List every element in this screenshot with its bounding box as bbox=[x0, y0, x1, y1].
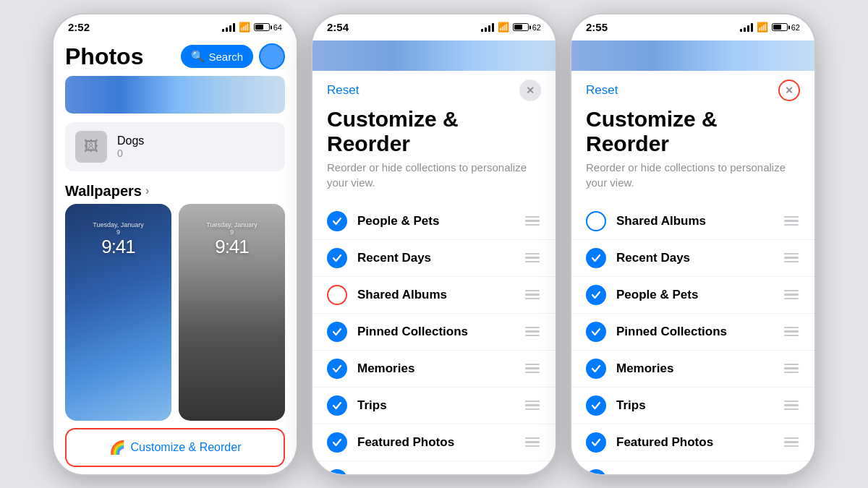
wallpaper-thumb-blue[interactable]: Tuesday, January 9 9:41 bbox=[65, 204, 171, 421]
reset-button-2[interactable]: Reset bbox=[327, 83, 359, 98]
wallpaper-thumb-bw[interactable]: Tuesday, January 9 9:41 bbox=[179, 204, 285, 421]
item-label-2-2: Shared Albums bbox=[357, 288, 514, 302]
sheet-title-2: Customize & Reorder bbox=[312, 107, 556, 160]
close-button-3[interactable]: ✕ bbox=[778, 80, 800, 101]
status-icons-1: 📶 64 bbox=[222, 22, 282, 33]
list-item-2-1[interactable]: Recent Days bbox=[312, 240, 556, 277]
item-label-3-5: Trips bbox=[616, 398, 773, 413]
check-circle-3-1 bbox=[586, 248, 606, 268]
check-circle-2-1 bbox=[327, 248, 347, 268]
sheet-header-3: Reset ✕ bbox=[571, 71, 814, 107]
check-circle-3-7 bbox=[586, 469, 606, 474]
items-list-3: Shared Albums ↓ Recent Days People & Pet… bbox=[571, 200, 814, 474]
battery-pct-3: 62 bbox=[791, 23, 800, 32]
album-info: Dogs 0 bbox=[117, 134, 144, 159]
item-label-3-7: Media Types bbox=[616, 472, 773, 474]
drag-handle-3-2[interactable] bbox=[783, 288, 800, 301]
wallpaper-date-2: Tuesday, January 9 bbox=[205, 221, 259, 236]
photos-app-title: Photos bbox=[65, 43, 143, 70]
list-item-2-2[interactable]: Shared Albums bbox=[312, 277, 556, 314]
drag-handle-2-4[interactable] bbox=[524, 362, 541, 375]
close-button-2[interactable]: ✕ bbox=[519, 80, 541, 101]
phone-2: 2:54 📶 62 Reset ✕ Customize & Reorder Re… bbox=[311, 13, 557, 476]
avatar[interactable] bbox=[259, 43, 285, 69]
item-label-2-7: Media Types bbox=[357, 472, 514, 474]
item-label-3-2: People & Pets bbox=[616, 288, 773, 302]
photos-app-content: Photos 🔍 Search 🖼 Dogs 0 Wallpapers › bbox=[54, 40, 297, 474]
list-item-3-1[interactable]: Recent Days bbox=[571, 240, 814, 277]
sheet-photo-strip-2 bbox=[312, 40, 556, 71]
empty-circle-3-0 bbox=[586, 211, 606, 231]
drag-handle-2-2[interactable] bbox=[524, 288, 541, 301]
item-label-3-3: Pinned Collections bbox=[616, 325, 773, 339]
drag-handle-2-7[interactable] bbox=[524, 473, 541, 474]
sheet-photo-strip-3 bbox=[571, 40, 814, 71]
drag-handle-3-1[interactable] bbox=[783, 252, 800, 265]
photo-icon: 🖼 bbox=[84, 138, 98, 155]
drag-handle-3-6[interactable] bbox=[783, 436, 800, 449]
list-item-3-6[interactable]: Featured Photos bbox=[571, 424, 814, 461]
time-3: 2:55 bbox=[586, 21, 608, 33]
list-item-3-3[interactable]: Pinned Collections bbox=[571, 314, 814, 351]
drag-handle-2-1[interactable] bbox=[524, 252, 541, 265]
phone-1: 2:52 📶 64 Photos 🔍 Search bbox=[52, 13, 298, 476]
wallpaper-row: Tuesday, January 9 9:41 Tuesday, January… bbox=[54, 204, 297, 421]
item-label-2-3: Pinned Collections bbox=[357, 325, 514, 339]
status-icons-2: 📶 62 bbox=[481, 22, 541, 33]
check-circle-3-5 bbox=[586, 395, 606, 416]
list-item-3-4[interactable]: Memories bbox=[571, 351, 814, 388]
time-2: 2:54 bbox=[327, 21, 349, 33]
wifi-icon-2: 📶 bbox=[498, 22, 509, 33]
sheet-subtitle-3: Reorder or hide collections to personali… bbox=[571, 160, 814, 200]
list-item-3-7[interactable]: Media Types bbox=[571, 461, 814, 474]
battery-icon-3 bbox=[772, 23, 788, 31]
battery-pct-2: 62 bbox=[532, 23, 541, 32]
check-circle-2-0 bbox=[327, 211, 347, 231]
title-line2-2: Reorder bbox=[327, 132, 410, 155]
item-label-3-0: Shared Albums bbox=[616, 214, 773, 228]
item-label-3-4: Memories bbox=[616, 361, 773, 376]
drag-handle-3-3[interactable] bbox=[783, 325, 800, 338]
drag-handle-3-0[interactable] bbox=[783, 215, 800, 228]
check-circle-3-2 bbox=[586, 285, 606, 305]
sheet-header-2: Reset ✕ bbox=[312, 71, 556, 107]
status-bar-2: 2:54 📶 62 bbox=[312, 14, 556, 40]
drag-handle-2-0[interactable] bbox=[524, 215, 541, 228]
sheet-title-3: Customize & Reorder bbox=[571, 107, 814, 160]
list-item-2-6[interactable]: Featured Photos bbox=[312, 424, 556, 461]
list-item-3-2[interactable]: People & Pets bbox=[571, 277, 814, 314]
item-label-2-6: Featured Photos bbox=[357, 435, 514, 450]
drag-handle-3-5[interactable] bbox=[783, 399, 800, 412]
battery-pct: 64 bbox=[273, 23, 282, 32]
drag-handle-2-6[interactable] bbox=[524, 436, 541, 449]
signal-icon-2 bbox=[481, 23, 494, 32]
sheet-content-3: Reset ✕ Customize & Reorder Reorder or h… bbox=[571, 71, 814, 474]
reset-button-3[interactable]: Reset bbox=[586, 83, 618, 98]
drag-handle-2-5[interactable] bbox=[524, 399, 541, 412]
sheet-content-2: Reset ✕ Customize & Reorder Reorder or h… bbox=[312, 71, 556, 474]
check-circle-2-4 bbox=[327, 359, 347, 379]
album-name: Dogs bbox=[117, 134, 144, 147]
check-circle-2-5 bbox=[327, 395, 347, 416]
check-circle-3-3 bbox=[586, 322, 606, 342]
list-item-2-7[interactable]: Media Types bbox=[312, 461, 556, 474]
wallpaper-clock-1: 9:41 bbox=[92, 236, 145, 258]
drag-handle-3-4[interactable] bbox=[783, 362, 800, 375]
album-card[interactable]: 🖼 Dogs 0 bbox=[65, 122, 285, 171]
search-button[interactable]: 🔍 Search bbox=[181, 45, 253, 68]
drag-handle-2-3[interactable] bbox=[524, 325, 541, 338]
list-item-2-5[interactable]: Trips bbox=[312, 388, 556, 424]
search-icon: 🔍 bbox=[191, 50, 205, 63]
time-1: 2:52 bbox=[68, 21, 90, 33]
wallpapers-section-title[interactable]: Wallpapers › bbox=[54, 174, 297, 204]
list-item-2-4[interactable]: Memories bbox=[312, 351, 556, 388]
drag-handle-3-7[interactable] bbox=[783, 473, 800, 474]
list-item-3-0[interactable]: Shared Albums ↓ bbox=[571, 203, 814, 240]
customize-reorder-button[interactable]: 🌈 Customize & Reorder bbox=[65, 428, 285, 467]
search-label: Search bbox=[208, 51, 243, 63]
wallpaper-date-1: Tuesday, January 9 bbox=[92, 221, 145, 236]
list-item-2-0[interactable]: People & Pets bbox=[312, 203, 556, 240]
list-item-3-5[interactable]: Trips bbox=[571, 388, 814, 424]
item-label-2-5: Trips bbox=[357, 398, 514, 413]
list-item-2-3[interactable]: Pinned Collections bbox=[312, 314, 556, 351]
